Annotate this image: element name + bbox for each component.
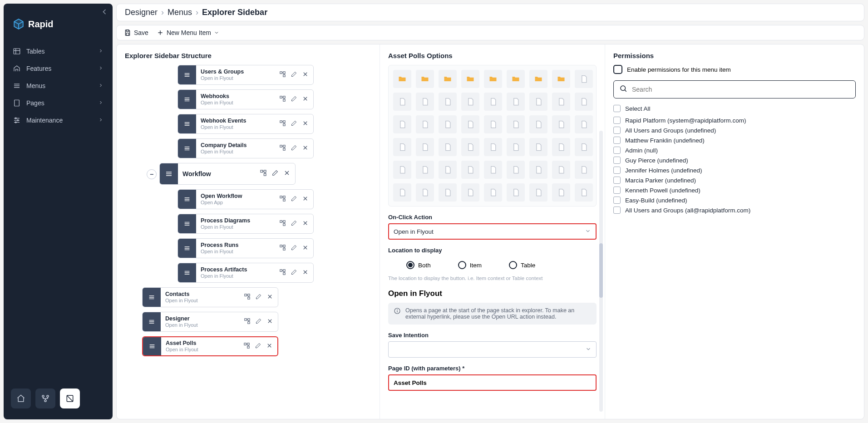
- delete-icon[interactable]: [302, 269, 309, 277]
- icon-option[interactable]: [552, 138, 570, 156]
- icon-option[interactable]: [393, 70, 411, 88]
- nav-menus[interactable]: Menus: [4, 77, 113, 94]
- nav-maintenance[interactable]: Maintenance: [4, 112, 113, 129]
- drag-handle-icon[interactable]: [178, 263, 196, 282]
- drag-handle-icon[interactable]: [178, 139, 196, 158]
- permission-item[interactable]: Easy-Build (undefined): [613, 197, 856, 204]
- drag-handle-icon[interactable]: [178, 65, 196, 84]
- icon-option[interactable]: [575, 161, 593, 179]
- crumb-menus[interactable]: Menus: [168, 8, 192, 17]
- icon-option[interactable]: [393, 183, 411, 202]
- edit-icon[interactable]: [255, 342, 261, 351]
- edit-icon[interactable]: [271, 169, 279, 178]
- permission-item[interactable]: Rapid Platform (system@rapidplatform.com…: [613, 117, 856, 124]
- search-input[interactable]: [632, 86, 850, 93]
- icon-option[interactable]: [461, 70, 479, 88]
- children-icon[interactable]: [279, 144, 286, 153]
- icon-option[interactable]: [529, 183, 547, 202]
- children-icon[interactable]: [279, 269, 286, 277]
- nav-tables[interactable]: Tables: [4, 43, 113, 60]
- icon-option[interactable]: [484, 138, 502, 156]
- permission-item[interactable]: Kenneth Powell (undefined): [613, 187, 856, 194]
- designer-button[interactable]: [60, 389, 80, 408]
- delete-icon[interactable]: [283, 169, 291, 178]
- delete-icon[interactable]: [302, 120, 309, 128]
- icon-option[interactable]: [529, 115, 547, 133]
- new-menu-item-button[interactable]: New Menu Item: [157, 29, 219, 36]
- edit-icon[interactable]: [291, 120, 297, 128]
- icon-option[interactable]: [507, 93, 525, 111]
- icon-picker[interactable]: [388, 65, 597, 207]
- on-click-action-select[interactable]: Open in Flyout: [388, 223, 597, 240]
- icon-option[interactable]: [484, 93, 502, 111]
- tree-item[interactable]: Company DetailsOpen in Flyout: [178, 138, 314, 158]
- tree-item[interactable]: Open WorkflowOpen App: [178, 189, 314, 209]
- drag-handle-icon[interactable]: [143, 312, 161, 331]
- icon-option[interactable]: [461, 138, 479, 156]
- icon-option[interactable]: [393, 161, 411, 179]
- children-icon[interactable]: [279, 95, 286, 104]
- permission-item[interactable]: Jennifer Holmes (undefined): [613, 167, 856, 174]
- permission-item[interactable]: Matthew Franklin (undefined): [613, 137, 856, 144]
- edit-icon[interactable]: [291, 244, 297, 253]
- icon-option[interactable]: [529, 138, 547, 156]
- delete-icon[interactable]: [302, 144, 309, 153]
- tree-item[interactable]: WebhooksOpen in Flyout: [178, 89, 314, 109]
- icon-option[interactable]: [439, 138, 457, 156]
- nav-features[interactable]: Features: [4, 60, 113, 77]
- children-icon[interactable]: [244, 293, 251, 302]
- children-icon[interactable]: [279, 220, 286, 228]
- select-all-checkbox[interactable]: Select All: [613, 105, 856, 112]
- radio-table[interactable]: Table: [509, 261, 535, 269]
- tree-item[interactable]: Process ArtifactsOpen in Flyout: [178, 263, 314, 283]
- icon-option[interactable]: [484, 161, 502, 179]
- icon-option[interactable]: [529, 70, 547, 88]
- icon-option[interactable]: [416, 183, 434, 202]
- tree-item[interactable]: Asset PollsOpen in Flyout: [142, 336, 278, 356]
- icon-option[interactable]: [552, 93, 570, 111]
- icon-option[interactable]: [575, 70, 593, 88]
- permission-item[interactable]: All Users and Groups (all@rapidplatform.…: [613, 207, 856, 214]
- collapse-node-button[interactable]: −: [147, 169, 157, 179]
- collapse-sidebar-button[interactable]: [100, 7, 109, 16]
- page-id-input[interactable]: Asset Polls: [388, 374, 597, 391]
- edit-icon[interactable]: [291, 269, 297, 277]
- crumb-designer[interactable]: Designer: [125, 8, 158, 17]
- icon-option[interactable]: [461, 93, 479, 111]
- icon-option[interactable]: [439, 93, 457, 111]
- delete-icon[interactable]: [266, 342, 273, 351]
- icon-option[interactable]: [461, 183, 479, 202]
- icon-option[interactable]: [461, 115, 479, 133]
- icon-option[interactable]: [507, 161, 525, 179]
- delete-icon[interactable]: [266, 318, 273, 326]
- drag-handle-icon[interactable]: [143, 337, 161, 355]
- edit-icon[interactable]: [291, 95, 297, 104]
- icon-option[interactable]: [575, 93, 593, 111]
- icon-option[interactable]: [575, 138, 593, 156]
- delete-icon[interactable]: [266, 293, 273, 302]
- children-icon[interactable]: [279, 195, 286, 204]
- icon-option[interactable]: [393, 138, 411, 156]
- drag-handle-icon[interactable]: [178, 214, 196, 233]
- icon-option[interactable]: [416, 93, 434, 111]
- tree-item[interactable]: Process RunsOpen in Flyout: [178, 238, 314, 258]
- delete-icon[interactable]: [302, 95, 309, 104]
- delete-icon[interactable]: [302, 71, 309, 79]
- tree-item-workflow[interactable]: Workflow: [159, 163, 296, 185]
- drag-handle-icon[interactable]: [178, 239, 196, 258]
- icon-option[interactable]: [484, 115, 502, 133]
- workflow-button[interactable]: [35, 389, 55, 408]
- edit-icon[interactable]: [255, 293, 262, 302]
- children-icon[interactable]: [279, 244, 286, 253]
- icon-option[interactable]: [416, 161, 434, 179]
- tree-item[interactable]: Users & GroupsOpen in Flyout: [178, 65, 314, 85]
- radio-both[interactable]: Both: [406, 261, 431, 269]
- drag-handle-icon[interactable]: [160, 163, 178, 184]
- icon-option[interactable]: [552, 183, 570, 202]
- icon-option[interactable]: [484, 70, 502, 88]
- icon-option[interactable]: [439, 70, 457, 88]
- icon-option[interactable]: [575, 115, 593, 133]
- permission-item[interactable]: Marcia Parker (undefined): [613, 177, 856, 184]
- children-icon[interactable]: [279, 120, 286, 128]
- icon-option[interactable]: [507, 138, 525, 156]
